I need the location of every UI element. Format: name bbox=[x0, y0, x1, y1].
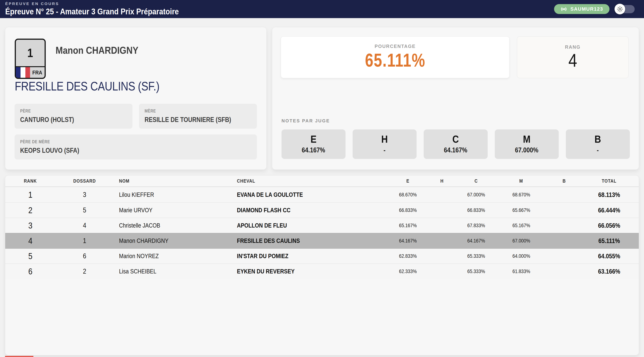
table-row[interactable]: 13Lilou KIEFFEREVANA DE LA GOULOTTE68.67… bbox=[5, 187, 639, 202]
b-cell bbox=[549, 233, 579, 248]
judge-letter: H bbox=[352, 134, 416, 144]
nom-cell: Lisa SCHEIBEL bbox=[114, 264, 235, 279]
h-cell bbox=[425, 233, 459, 248]
table-header-cell: E bbox=[391, 176, 425, 186]
total-cell: 64.055% bbox=[579, 249, 639, 264]
rank-cell: 2 bbox=[5, 203, 56, 218]
judge-score: - bbox=[352, 146, 416, 154]
e-cell: 68.670% bbox=[391, 187, 425, 202]
dossard-cell: 5 bbox=[56, 203, 114, 218]
rider-name: Manon CHARDIGNY bbox=[56, 44, 152, 56]
dossard-cell: 1 bbox=[56, 233, 114, 248]
percentage-label: POURCENTAGE bbox=[281, 44, 509, 49]
judge-letter: B bbox=[566, 134, 630, 144]
judge-letter: C bbox=[424, 134, 488, 144]
b-cell bbox=[549, 249, 579, 264]
live-badge[interactable]: SAUMUR123 bbox=[554, 4, 610, 14]
nom-cell: Marie URVOY bbox=[114, 203, 235, 218]
cheval-cell: EYKEN DU REVERSEY bbox=[235, 264, 391, 279]
page-title: Épreuve N° 25 - Amateur 3 Grand Prix Pré… bbox=[5, 7, 207, 16]
rank-cell: 3 bbox=[5, 218, 56, 233]
judge-scores-row: E 64.167% H - C 64.167% M 67.000% B - bbox=[282, 130, 630, 159]
live-badge-label: SAUMUR123 bbox=[570, 6, 603, 12]
judge-score: 64.167% bbox=[424, 146, 488, 154]
score-panel: POURCENTAGE 65.111% RANG 4 NOTES PAR JUG… bbox=[272, 27, 639, 170]
b-cell bbox=[549, 264, 579, 279]
rank-label: RANG bbox=[517, 44, 628, 50]
judge-score: - bbox=[566, 146, 630, 154]
rank-cell: 6 bbox=[5, 264, 56, 279]
rank-cell: 5 bbox=[5, 249, 56, 264]
lineage-box-pere: PÈRE CANTURO (HOLST) bbox=[14, 104, 132, 129]
e-cell: 65.167% bbox=[391, 218, 425, 233]
lineage-label: PÈRE DE MÈRE bbox=[20, 139, 251, 144]
judge-score-box: B - bbox=[566, 130, 630, 159]
table-row[interactable]: 56Marion NOYREZIN'STAR DU POMIEZ62.833%6… bbox=[5, 248, 639, 264]
b-cell bbox=[549, 203, 579, 218]
nom-cell: Manon CHARDIGNY bbox=[114, 233, 235, 248]
h-cell bbox=[425, 218, 459, 233]
judge-letter: E bbox=[282, 134, 346, 144]
table-header-row: RANKDOSSARDNOMCHEVALEHCMBTOTAL bbox=[5, 176, 639, 187]
judge-score: 67.000% bbox=[495, 146, 559, 154]
loading-progress-bar bbox=[5, 356, 34, 357]
table-header-cell: NOM bbox=[114, 176, 235, 186]
cheval-cell: FRESILLE DES CAULINS bbox=[235, 233, 391, 248]
e-cell: 66.833% bbox=[391, 203, 425, 218]
judge-score-box: C 64.167% bbox=[424, 130, 488, 159]
judge-score-box: H - bbox=[352, 130, 416, 159]
lineage-box-mere: MÈRE RESILLE DE TOURNIERE (SFB) bbox=[139, 104, 257, 129]
lineage-box-pere-de-mere: PÈRE DE MÈRE KEOPS LOUVO (SFA) bbox=[14, 134, 257, 160]
event-status-kicker: ÉPREUVE EN COURS bbox=[5, 2, 59, 6]
m-cell: 68.670% bbox=[493, 187, 549, 202]
dossard-cell: 2 bbox=[56, 264, 114, 279]
nom-cell: Marion NOYREZ bbox=[114, 249, 235, 264]
sun-icon bbox=[617, 6, 623, 12]
m-cell: 65.667% bbox=[493, 203, 549, 218]
b-cell bbox=[549, 218, 579, 233]
results-table: RANKDOSSARDNOMCHEVALEHCMBTOTAL 13Lilou K… bbox=[5, 175, 639, 355]
nom-cell: Lilou KIEFFER bbox=[114, 187, 235, 202]
bib-badge: 1 FRA bbox=[15, 38, 46, 79]
c-cell: 64.167% bbox=[459, 233, 493, 248]
bib-country-strip: FRA bbox=[16, 66, 44, 78]
h-cell bbox=[425, 264, 459, 279]
percentage-value: 65.111% bbox=[281, 50, 509, 71]
table-row[interactable]: 25Marie URVOYDIAMOND FLASH CC66.833%66.8… bbox=[5, 202, 639, 218]
m-cell: 64.000% bbox=[493, 249, 549, 264]
m-cell: 61.833% bbox=[493, 264, 549, 279]
table-header-cell: H bbox=[425, 176, 459, 186]
total-cell: 65.111% bbox=[579, 233, 639, 248]
total-cell: 68.113% bbox=[579, 187, 639, 202]
m-cell: 67.000% bbox=[493, 233, 549, 248]
total-cell: 63.166% bbox=[579, 264, 639, 279]
table-row[interactable]: 62Lisa SCHEIBELEYKEN DU REVERSEY62.333%6… bbox=[5, 264, 639, 279]
cheval-cell: DIAMOND FLASH CC bbox=[235, 203, 391, 218]
lineage-value: CANTURO (HOLST) bbox=[20, 116, 127, 124]
rank-card: RANG 4 bbox=[517, 36, 628, 78]
cheval-cell: APOLLON DE FLEU bbox=[235, 218, 391, 233]
table-body: 13Lilou KIEFFEREVANA DE LA GOULOTTE68.67… bbox=[5, 187, 639, 279]
percentage-card: POURCENTAGE 65.111% bbox=[281, 36, 510, 78]
rank-cell: 1 bbox=[5, 187, 56, 202]
table-header-cell: CHEVAL bbox=[235, 176, 391, 186]
table-header-cell: TOTAL bbox=[579, 176, 639, 186]
table-row[interactable]: 34Christelle JACOBAPOLLON DE FLEU65.167%… bbox=[5, 218, 639, 233]
horse-title: FRESILLE DES CAULINS (SF.) bbox=[15, 79, 183, 93]
e-cell: 64.167% bbox=[391, 233, 425, 248]
theme-toggle-knob bbox=[614, 4, 625, 14]
cheval-cell: IN'STAR DU POMIEZ bbox=[235, 249, 391, 264]
judge-score-box: E 64.167% bbox=[282, 130, 346, 159]
dossard-cell: 6 bbox=[56, 249, 114, 264]
bib-number: 1 bbox=[16, 40, 44, 66]
theme-toggle[interactable] bbox=[614, 4, 635, 14]
table-row[interactable]: 41Manon CHARDIGNYFRESILLE DES CAULINS64.… bbox=[5, 233, 639, 248]
e-cell: 62.833% bbox=[391, 249, 425, 264]
nom-cell: Christelle JACOB bbox=[114, 218, 235, 233]
h-cell bbox=[425, 249, 459, 264]
table-header-cell: DOSSARD bbox=[56, 176, 114, 186]
lineage-label: PÈRE bbox=[20, 108, 127, 114]
h-cell bbox=[425, 187, 459, 202]
judge-notes-label: NOTES PAR JUGE bbox=[282, 118, 330, 124]
rider-card: 1 FRA Manon CHARDIGNY FRESILLE DES CAULI… bbox=[5, 27, 266, 170]
